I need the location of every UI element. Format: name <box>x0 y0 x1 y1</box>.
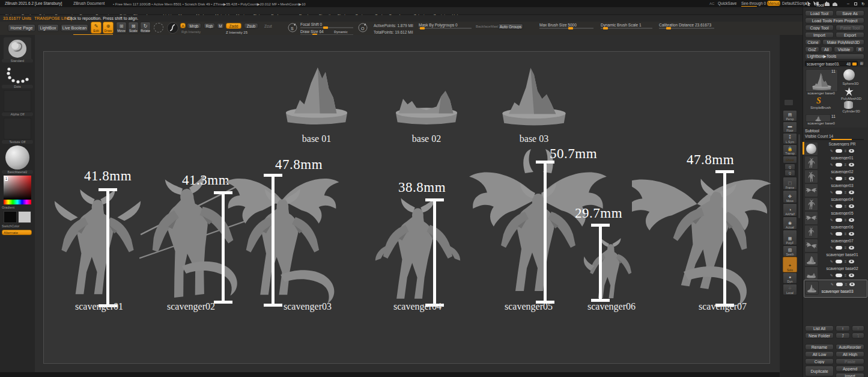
lightbox-button[interactable]: LightBox <box>37 24 59 32</box>
base-figure-01[interactable] <box>278 58 356 129</box>
subtool-row-scavenger02[interactable]: scavenger02 ✎≡ <box>804 169 866 183</box>
tool-panel-title[interactable]: Tool <box>816 2 824 8</box>
panel-flick-icon[interactable]: ↖ <box>805 2 809 7</box>
calibration-distance-nub[interactable] <box>666 27 671 29</box>
shelf-button-lsym[interactable]: ⁑L.Sym <box>783 133 797 144</box>
mask-by-polygroups-nub[interactable] <box>420 27 425 29</box>
menus-button[interactable]: Menus <box>767 1 780 6</box>
toggle-pill[interactable] <box>836 177 842 180</box>
simplebrush-thumb[interactable]: S <box>816 96 821 106</box>
folder-arrow-button[interactable]: ⤴ <box>836 333 850 339</box>
alpha-off-thumb[interactable] <box>4 90 31 112</box>
scale-button[interactable]: ⊠ Scale <box>128 22 139 34</box>
shelf-button-ghost[interactable]: Ghost <box>783 156 797 164</box>
focal-shift-nub[interactable] <box>323 26 328 29</box>
cylinder3d-thumb[interactable] <box>844 101 853 109</box>
toggle-pill[interactable] <box>836 149 842 153</box>
list-icon[interactable]: ≡ <box>845 163 847 167</box>
pivot-circle-icon[interactable] <box>154 23 163 32</box>
polypaint-icon[interactable]: ✎ <box>830 232 833 236</box>
default-zscript-button[interactable]: DefaultZScript <box>782 1 807 5</box>
toggle-pill[interactable] <box>836 204 842 208</box>
subtool-row-scavengers-pr[interactable]: Scavengers PR ✎≡ <box>804 141 866 155</box>
move-up-alt-button[interactable]: ↑ <box>852 325 864 331</box>
lazy-mouse-icon[interactable]: O <box>358 23 368 32</box>
eye-icon[interactable] <box>849 260 854 263</box>
shelf-button-aahalf[interactable]: ◑AAHalf <box>783 203 797 216</box>
see-through-slider[interactable]: See-through 0 <box>741 1 766 5</box>
export-button[interactable]: Export <box>836 32 864 38</box>
max-brush-size-slider[interactable]: Max Brush Size 5000 <box>539 23 577 27</box>
r-button[interactable]: R <box>855 46 864 52</box>
draw-size-slider[interactable]: Draw Size 64 <box>300 29 324 34</box>
clone-button[interactable]: Clone <box>805 39 821 45</box>
eye-icon[interactable] <box>849 191 854 194</box>
subtool-row-scavenger05[interactable]: scavenger05 ✎≡ <box>804 210 866 224</box>
zsub-button[interactable]: Zsub <box>244 23 258 29</box>
scavenger-figure-03[interactable] <box>223 168 341 307</box>
subtool-row-scavenger04[interactable]: scavenger04 ✎≡ <box>804 197 866 210</box>
standard-brush-thumb[interactable] <box>4 37 31 60</box>
shelf-scrollbar[interactable] <box>798 134 800 218</box>
toggle-pill[interactable] <box>836 163 842 167</box>
draw-mode-button[interactable]: ⊕ Draw <box>103 22 114 34</box>
texture-off-thumb[interactable] <box>4 118 31 139</box>
color-picker-hue-bar[interactable] <box>4 200 31 204</box>
move-button[interactable]: ⊞ Move <box>116 22 127 34</box>
polypaint-icon[interactable]: ✎ <box>831 283 834 286</box>
hand-icon[interactable] <box>824 1 830 6</box>
load-tool-button[interactable]: Load Tool <box>805 10 834 16</box>
calibration-distance-track[interactable] <box>659 28 714 29</box>
polypaint-icon[interactable]: ✎ <box>830 177 833 180</box>
auto-groups-button[interactable]: Auto Groups <box>498 23 523 29</box>
shelf-button-transp[interactable]: 🔒Transp <box>783 144 797 156</box>
current-brush-preview[interactable] <box>167 22 178 34</box>
subtool-row-scavenger07[interactable]: scavenger07 ✎≡ <box>804 238 866 252</box>
stroke-selector-label[interactable]: Dots <box>2 85 33 88</box>
shelf-button-seethrough[interactable]: ▧Seeth <box>783 245 797 257</box>
sculptris-pro-icon[interactable]: S <box>288 23 297 32</box>
toggle-pill[interactable] <box>836 218 842 222</box>
rgb-button[interactable]: Rgb <box>204 23 215 29</box>
subtool-row-scavenger03[interactable]: scavenger03 ✎≡ <box>804 183 866 197</box>
main-color-swatch[interactable] <box>4 211 17 223</box>
list-icon[interactable]: ≡ <box>845 260 847 263</box>
shelf-button-dyn[interactable]: ●Dyn <box>783 272 797 284</box>
subtool-row-scavenger-base01[interactable]: scavenger base01 ✎≡ <box>804 252 866 266</box>
dynamic-label[interactable]: Dynamic <box>334 30 348 34</box>
list-icon[interactable]: ≡ <box>845 191 847 194</box>
shelf-button-polyf[interactable]: ▦PolyF <box>783 230 797 245</box>
subtool-row-scavenger-base02[interactable]: scavenger base02 ✎≡ <box>804 266 866 280</box>
base-figure-02[interactable] <box>387 58 466 129</box>
mask-by-polygroups-slider[interactable]: Mask By Polygroups 0 <box>419 23 458 27</box>
list-icon[interactable]: ≡ <box>845 218 847 222</box>
list-icon[interactable]: ≡ <box>845 274 847 277</box>
eye-icon[interactable] <box>849 232 854 236</box>
subtool-title[interactable]: Subtool <box>805 129 819 133</box>
base-figure-03[interactable] <box>494 58 574 129</box>
live-boolean-button[interactable]: Live Boolean <box>61 24 88 32</box>
stroke-dots-thumb[interactable] <box>4 65 31 85</box>
switchcolor-label[interactable]: SwitchColor <box>2 224 33 228</box>
autoreorder-button[interactable]: AutoReorder <box>836 344 864 350</box>
polypaint-icon[interactable]: ✎ <box>830 246 833 250</box>
folder-alt-button[interactable]: ⤵ <box>852 333 864 339</box>
gradient-label[interactable]: Gradient <box>2 206 33 209</box>
toggle-pill[interactable] <box>836 283 843 286</box>
list-icon[interactable]: ≡ <box>845 283 848 286</box>
make-polymesh3d-button[interactable]: Make PolyMesh3D <box>822 39 864 45</box>
focal-shift-slider[interactable]: Focal Shift 0 <box>300 22 322 26</box>
toggle-pill[interactable] <box>836 191 842 194</box>
list-icon[interactable]: ≡ <box>845 232 847 236</box>
eye-icon[interactable] <box>849 274 854 277</box>
polypaint-icon[interactable]: ✎ <box>830 163 833 167</box>
list-icon[interactable]: ≡ <box>845 246 847 250</box>
minimize-button[interactable]: – <box>847 1 849 5</box>
save-as-button[interactable]: Save As <box>836 10 864 16</box>
polypaint-icon[interactable]: ✎ <box>830 274 833 277</box>
paste-tool-button[interactable]: Paste Tool <box>836 25 864 31</box>
mask-by-polygroups-track[interactable] <box>419 28 472 29</box>
eye-icon[interactable] <box>849 149 854 153</box>
dynamic-brush-scale-track[interactable] <box>601 28 652 29</box>
eye-icon[interactable] <box>849 163 854 167</box>
